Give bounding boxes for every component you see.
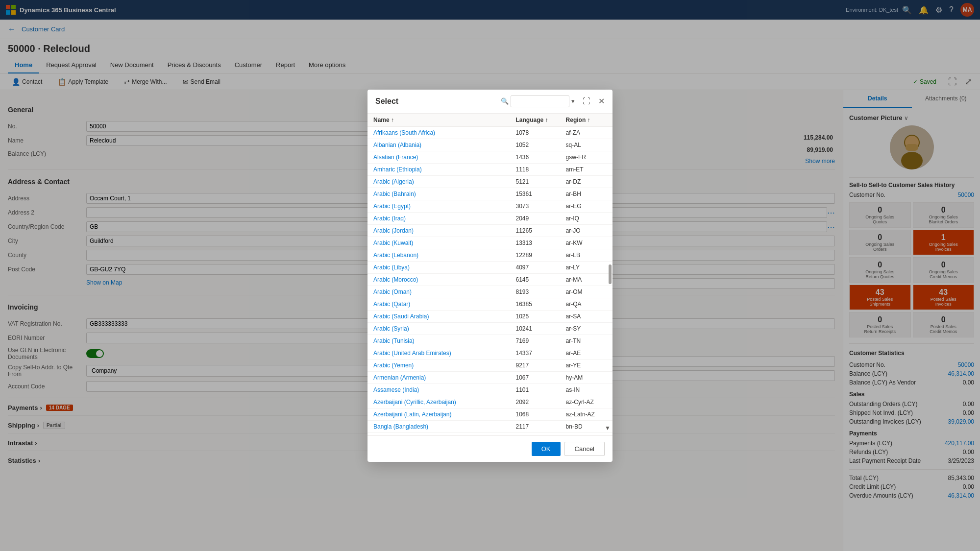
row-region: ar-LB bbox=[560, 249, 612, 261]
table-row[interactable]: Arabic (Lebanon) 12289 ar-LB bbox=[368, 249, 612, 261]
row-name[interactable]: Arabic (Kuwait) bbox=[368, 237, 510, 249]
row-region: ar-AE bbox=[560, 347, 612, 359]
row-region: ar-BH bbox=[560, 188, 612, 200]
row-name[interactable]: Azerbaijani (Latin, Azerbaijan) bbox=[368, 408, 510, 420]
table-row[interactable]: Arabic (Tunisia) 7169 ar-TN bbox=[368, 335, 612, 347]
table-row[interactable]: Azerbaijani (Cyrillic, Azerbaijan) 2092 … bbox=[368, 396, 612, 408]
row-name[interactable]: Albanian (Albania) bbox=[368, 139, 510, 151]
table-row[interactable]: Albanian (Albania) 1052 sq-AL bbox=[368, 139, 612, 151]
table-row[interactable]: Arabic (Saudi Arabia) 1025 ar-SA bbox=[368, 310, 612, 322]
row-name[interactable]: Arabic (Yemen) bbox=[368, 359, 510, 371]
row-name[interactable]: Armenian (Armenia) bbox=[368, 371, 510, 383]
row-lang: 1068 bbox=[510, 408, 560, 420]
row-name[interactable]: Arabic (Lebanon) bbox=[368, 249, 510, 261]
modal-search: 🔍 ▾ bbox=[501, 96, 575, 107]
row-name[interactable]: Arabic (Algeria) bbox=[368, 175, 510, 188]
col-region[interactable]: Region ↑ bbox=[560, 114, 612, 127]
close-modal-icon[interactable]: ✕ bbox=[598, 96, 605, 106]
table-row[interactable]: Arabic (Algeria) 5121 ar-DZ bbox=[368, 175, 612, 188]
row-region: ar-QA bbox=[560, 298, 612, 310]
row-name[interactable]: Arabic (Iraq) bbox=[368, 212, 510, 224]
modal-body: Name ↑ Language ↑ Region ↑ Afrikaans (So… bbox=[368, 114, 612, 435]
row-region: az-Latn-AZ bbox=[560, 408, 612, 420]
col-name[interactable]: Name ↑ bbox=[368, 114, 510, 127]
row-name[interactable]: Afrikaans (South Africa) bbox=[368, 126, 510, 139]
row-region: ar-DZ bbox=[560, 175, 612, 188]
table-row[interactable]: Arabic (United Arab Emirates) 14337 ar-A… bbox=[368, 347, 612, 359]
select-modal: Select 🔍 ▾ ⛶ ✕ Name ↑ Language ↑ Region … bbox=[368, 90, 612, 462]
row-lang: 1133 bbox=[510, 432, 560, 435]
row-lang: 11265 bbox=[510, 224, 560, 237]
row-name[interactable]: Arabic (Saudi Arabia) bbox=[368, 310, 510, 322]
row-name[interactable]: Arabic (Morocco) bbox=[368, 273, 510, 286]
table-row[interactable]: Amharic (Ethiopia) 1118 am-ET bbox=[368, 163, 612, 175]
row-name[interactable]: Bashkir (Russia) bbox=[368, 432, 510, 435]
row-name[interactable]: Arabic (Bahrain) bbox=[368, 188, 510, 200]
table-row[interactable]: Arabic (Iraq) 2049 ar-IQ bbox=[368, 212, 612, 224]
row-lang: 2049 bbox=[510, 212, 560, 224]
row-region: gsw-FR bbox=[560, 151, 612, 163]
modal-footer: OK Cancel bbox=[368, 435, 612, 462]
row-region: hy-AM bbox=[560, 371, 612, 383]
table-row[interactable]: Arabic (Syria) 10241 ar-SY bbox=[368, 322, 612, 335]
row-region: ar-LY bbox=[560, 261, 612, 273]
table-row[interactable]: Arabic (Bahrain) 15361 ar-BH bbox=[368, 188, 612, 200]
table-row[interactable]: Assamese (India) 1101 as-IN bbox=[368, 383, 612, 396]
ok-button[interactable]: OK bbox=[532, 442, 561, 456]
row-region: ar-JO bbox=[560, 224, 612, 237]
row-region: as-IN bbox=[560, 383, 612, 396]
table-row[interactable]: Bashkir (Russia) 1133 ba-RU bbox=[368, 432, 612, 435]
search-dropdown-icon[interactable]: ▾ bbox=[571, 97, 575, 105]
row-lang: 1067 bbox=[510, 371, 560, 383]
row-lang: 1101 bbox=[510, 383, 560, 396]
row-name[interactable]: Alsatian (France) bbox=[368, 151, 510, 163]
language-table-body: Afrikaans (South Africa) 1078 af-ZA Alba… bbox=[368, 126, 612, 435]
table-row[interactable]: Arabic (Yemen) 9217 ar-YE bbox=[368, 359, 612, 371]
row-name[interactable]: Arabic (United Arab Emirates) bbox=[368, 347, 510, 359]
row-lang: 1118 bbox=[510, 163, 560, 175]
row-name[interactable]: Arabic (Oman) bbox=[368, 286, 510, 298]
row-region: ar-YE bbox=[560, 359, 612, 371]
row-lang: 3073 bbox=[510, 200, 560, 212]
row-lang: 16385 bbox=[510, 298, 560, 310]
row-region: ar-MA bbox=[560, 273, 612, 286]
row-lang: 6145 bbox=[510, 273, 560, 286]
table-row[interactable]: Arabic (Morocco) 6145 ar-MA bbox=[368, 273, 612, 286]
row-name[interactable]: Assamese (India) bbox=[368, 383, 510, 396]
modal-header: Select 🔍 ▾ ⛶ ✕ bbox=[368, 90, 612, 114]
row-lang: 1025 bbox=[510, 310, 560, 322]
row-lang: 9217 bbox=[510, 359, 560, 371]
cancel-button[interactable]: Cancel bbox=[564, 442, 605, 456]
row-name[interactable]: Arabic (Jordan) bbox=[368, 224, 510, 237]
table-row[interactable]: Alsatian (France) 1436 gsw-FR bbox=[368, 151, 612, 163]
row-lang: 1078 bbox=[510, 126, 560, 139]
row-lang: 1052 bbox=[510, 139, 560, 151]
table-row[interactable]: Arabic (Jordan) 11265 ar-JO bbox=[368, 224, 612, 237]
table-row[interactable]: Armenian (Armenia) 1067 hy-AM bbox=[368, 371, 612, 383]
col-language[interactable]: Language ↑ bbox=[510, 114, 560, 127]
row-name[interactable]: Arabic (Egypt) bbox=[368, 200, 510, 212]
expand-modal-icon[interactable]: ⛶ bbox=[583, 97, 590, 106]
scroll-thumb[interactable] bbox=[609, 264, 612, 284]
table-row[interactable]: Arabic (Libya) 4097 ar-LY bbox=[368, 261, 612, 273]
table-row[interactable]: Arabic (Egypt) 3073 ar-EG bbox=[368, 200, 612, 212]
row-name[interactable]: Bangla (Bangladesh) bbox=[368, 420, 510, 432]
row-name[interactable]: Arabic (Syria) bbox=[368, 322, 510, 335]
table-row[interactable]: Afrikaans (South Africa) 1078 af-ZA bbox=[368, 126, 612, 139]
table-row[interactable]: Arabic (Kuwait) 13313 ar-KW bbox=[368, 237, 612, 249]
table-row[interactable]: Arabic (Oman) 8193 ar-OM bbox=[368, 286, 612, 298]
modal-search-input[interactable] bbox=[511, 96, 569, 107]
row-region: am-ET bbox=[560, 163, 612, 175]
table-header: Name ↑ Language ↑ Region ↑ bbox=[368, 114, 612, 127]
row-name[interactable]: Amharic (Ethiopia) bbox=[368, 163, 510, 175]
row-name[interactable]: Azerbaijani (Cyrillic, Azerbaijan) bbox=[368, 396, 510, 408]
table-row[interactable]: Azerbaijani (Latin, Azerbaijan) 1068 az-… bbox=[368, 408, 612, 420]
row-name[interactable]: Arabic (Libya) bbox=[368, 261, 510, 273]
table-row[interactable]: Arabic (Qatar) 16385 ar-QA bbox=[368, 298, 612, 310]
row-lang: 15361 bbox=[510, 188, 560, 200]
row-lang: 5121 bbox=[510, 175, 560, 188]
row-region: ar-OM bbox=[560, 286, 612, 298]
row-name[interactable]: Arabic (Tunisia) bbox=[368, 335, 510, 347]
table-row[interactable]: Bangla (Bangladesh) 2117 bn-BD bbox=[368, 420, 612, 432]
row-name[interactable]: Arabic (Qatar) bbox=[368, 298, 510, 310]
